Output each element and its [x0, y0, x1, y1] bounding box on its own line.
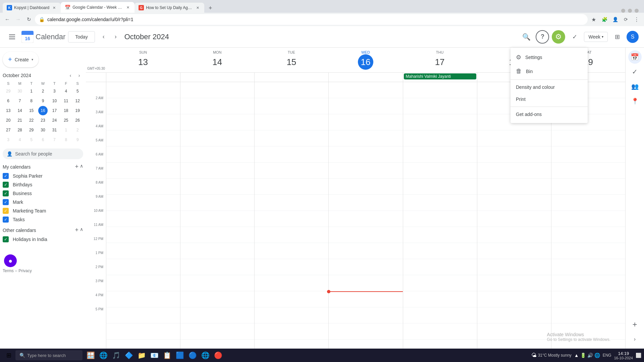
mini-day[interactable]: 1	[61, 125, 71, 135]
day-col-mon[interactable]	[180, 82, 254, 349]
day-num-tue[interactable]: 15	[284, 54, 299, 70]
mini-day[interactable]: 29	[27, 125, 36, 135]
day-num-wed-today[interactable]: 16	[358, 54, 373, 70]
taskbar-app-6[interactable]: 🟦	[174, 349, 186, 361]
event-valmiki[interactable]: Maharishi Valmiki Jayanti	[404, 73, 476, 79]
taskbar-weather[interactable]: 🌤 31°C Mostly sunny	[531, 352, 572, 358]
search-taskbar[interactable]: 🔍 Type here to search	[15, 350, 83, 360]
mini-day[interactable]: 30	[15, 86, 24, 96]
day-col-thu[interactable]	[403, 82, 477, 349]
more-btn[interactable]: ⋮	[632, 15, 641, 24]
terms-link[interactable]: Terms	[3, 268, 14, 273]
search-button[interactable]: 🔍	[520, 30, 533, 44]
my-calendars-collapse[interactable]: ∧	[80, 163, 83, 170]
taskbar-app-mail[interactable]: 📧	[148, 349, 160, 361]
taskbar-app-1[interactable]: 🪟	[85, 349, 97, 361]
apps-button[interactable]: ⊞	[610, 30, 624, 44]
help-button[interactable]: ?	[536, 30, 549, 44]
right-icon-location[interactable]: 📍	[628, 95, 642, 108]
mini-day[interactable]: 8	[27, 96, 36, 106]
other-calendar-holidays[interactable]: ✓ Holidays in India	[0, 235, 86, 244]
mini-day[interactable]: 29	[4, 86, 13, 96]
tab-gcal[interactable]: 📅 Google Calendar - Week of 13... ✕	[61, 2, 135, 13]
user-avatar-sm[interactable]: ●	[4, 254, 17, 267]
taskbar-app-chrome[interactable]: 🌐	[199, 349, 211, 361]
all-day-thu[interactable]: Maharishi Valmiki Jayanti	[403, 73, 477, 82]
right-icon-people[interactable]: 👥	[628, 80, 642, 93]
day-col-sun[interactable]	[106, 82, 180, 349]
my-calendar-birthdays[interactable]: ✓ Birthdays	[0, 180, 86, 189]
mini-day[interactable]: 8	[61, 135, 71, 144]
mini-day[interactable]: 6	[38, 135, 48, 144]
tab-agenda[interactable]: G How to Set Up Daily Agenda E... ✕	[135, 3, 204, 13]
all-day-wed[interactable]	[328, 73, 402, 82]
other-calendars-header[interactable]: Other calendars + ∧	[0, 225, 86, 235]
my-calendar-marketing[interactable]: ✓ Marketing Team	[0, 206, 86, 215]
mini-day[interactable]: 31	[50, 125, 59, 135]
day-num-sun[interactable]: 13	[136, 54, 151, 70]
maximize-btn[interactable]	[628, 9, 632, 13]
mini-day[interactable]: 19	[73, 106, 82, 115]
refresh-btn[interactable]: ↻	[24, 15, 34, 24]
taskbar-app-edge[interactable]: 🔷	[123, 349, 135, 361]
mini-day[interactable]: 1	[27, 86, 36, 96]
back-btn[interactable]: ←	[3, 15, 12, 24]
settings-dropdown-item-addons[interactable]: Get add-ons	[511, 108, 588, 120]
other-calendars-add[interactable]: +	[75, 227, 78, 234]
sync-btn[interactable]: ⟳	[621, 15, 631, 24]
mini-day[interactable]: 14	[15, 106, 24, 115]
mini-day[interactable]: 18	[61, 106, 71, 115]
taskbar-app-7[interactable]: 🔵	[186, 349, 199, 361]
right-icon-expand[interactable]: ›	[628, 333, 642, 346]
taskbar-clock[interactable]: 14:19 16-10-2024	[614, 351, 633, 360]
mini-day[interactable]: 21	[15, 116, 24, 125]
my-calendars-add[interactable]: +	[75, 163, 78, 170]
mini-day[interactable]: 7	[50, 135, 59, 144]
mini-day[interactable]: 3	[4, 135, 13, 144]
mini-day[interactable]: 4	[61, 86, 71, 96]
mini-cal-next[interactable]: ›	[75, 71, 83, 79]
hamburger-menu[interactable]	[5, 30, 19, 44]
taskbar-app-2[interactable]: 🌐	[97, 349, 109, 361]
kopyst-tab-close[interactable]: ✕	[51, 5, 57, 10]
start-button[interactable]: ⊞	[3, 349, 15, 361]
all-day-mon[interactable]	[180, 73, 254, 82]
mini-day[interactable]: 13	[4, 106, 13, 115]
profile-btn[interactable]: 👤	[610, 15, 620, 24]
mini-day[interactable]: 27	[4, 125, 13, 135]
search-people[interactable]: 👤 Search for people	[3, 148, 83, 159]
mini-day[interactable]: 10	[50, 96, 59, 106]
right-icon-add[interactable]: +	[628, 318, 642, 331]
mini-day[interactable]: 6	[4, 96, 13, 106]
mini-day[interactable]: 5	[27, 135, 36, 144]
mini-day[interactable]: 20	[4, 116, 13, 125]
mini-day[interactable]: 5	[73, 86, 82, 96]
mini-day[interactable]: 28	[15, 125, 24, 135]
next-arrow[interactable]: ›	[110, 31, 122, 43]
mini-day[interactable]: 2	[73, 125, 82, 135]
taskbar-app-chrome2[interactable]: 🔴	[212, 349, 224, 361]
week-selector[interactable]: Week ▾	[584, 32, 608, 42]
settings-dropdown-item-bin[interactable]: 🗑 Bin	[511, 64, 588, 78]
mini-cal-prev[interactable]: ‹	[66, 71, 74, 79]
all-day-sun[interactable]	[106, 73, 180, 82]
mini-day[interactable]: 7	[15, 96, 24, 106]
mini-day[interactable]: 22	[27, 116, 36, 125]
user-avatar[interactable]: S	[627, 31, 639, 43]
day-col-wed[interactable]	[328, 82, 402, 349]
privacy-link[interactable]: Privacy	[18, 268, 32, 273]
right-icon-check[interactable]: ✓	[628, 65, 642, 78]
my-calendar-mark[interactable]: ✓ Mark	[0, 198, 86, 206]
mini-day[interactable]: 17	[50, 106, 59, 115]
settings-button[interactable]: ⚙	[552, 30, 565, 44]
mini-day[interactable]: 24	[50, 116, 59, 125]
mini-day[interactable]: 11	[61, 96, 71, 106]
mini-day[interactable]: 15	[27, 106, 36, 115]
extensions-btn[interactable]: 🧩	[600, 15, 609, 24]
forward-btn[interactable]: →	[13, 15, 23, 24]
settings-dropdown-item-print[interactable]: Print	[511, 93, 588, 105]
mini-day[interactable]: 9	[38, 96, 48, 106]
my-calendars-header[interactable]: My calendars + ∧	[0, 162, 86, 172]
mini-day[interactable]: 2	[38, 86, 48, 96]
new-tab-button[interactable]: +	[206, 3, 215, 13]
